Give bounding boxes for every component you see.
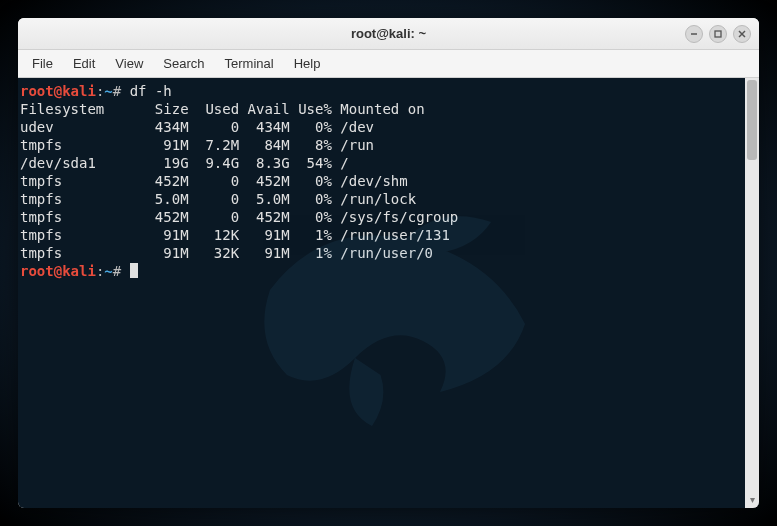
prompt-hash: # xyxy=(113,263,121,279)
output-row: tmpfs 5.0M 0 5.0M 0% /run/lock xyxy=(20,191,416,207)
output-row: /dev/sda1 19G 9.4G 8.3G 54% / xyxy=(20,155,349,171)
output-row: tmpfs 452M 0 452M 0% /sys/fs/cgroup xyxy=(20,209,458,225)
cursor-icon xyxy=(130,263,138,278)
prompt-host: kali xyxy=(62,83,96,99)
command-text: df -h xyxy=(130,83,172,99)
output-header: Filesystem Size Used Avail Use% Mounted … xyxy=(20,101,425,117)
scrollbar[interactable]: ▾ xyxy=(745,78,759,508)
titlebar[interactable]: root@kali: ~ xyxy=(18,18,759,50)
menu-search[interactable]: Search xyxy=(155,53,212,74)
output-row: tmpfs 452M 0 452M 0% /dev/shm xyxy=(20,173,408,189)
window-controls xyxy=(685,25,751,43)
prompt-hash: # xyxy=(113,83,121,99)
menu-file[interactable]: File xyxy=(24,53,61,74)
output-row: tmpfs 91M 12K 91M 1% /run/user/131 xyxy=(20,227,450,243)
prompt-user: root xyxy=(20,83,54,99)
prompt-host: kali xyxy=(62,263,96,279)
prompt-path: ~ xyxy=(104,83,112,99)
output-row: udev 434M 0 434M 0% /dev xyxy=(20,119,374,135)
scrollbar-down-icon[interactable]: ▾ xyxy=(747,494,757,506)
menu-view[interactable]: View xyxy=(107,53,151,74)
output-row: tmpfs 91M 32K 91M 1% /run/user/0 xyxy=(20,245,433,261)
window-title: root@kali: ~ xyxy=(351,26,426,41)
prompt-at: @ xyxy=(54,263,62,279)
output-row: tmpfs 91M 7.2M 84M 8% /run xyxy=(20,137,374,153)
close-button[interactable] xyxy=(733,25,751,43)
menubar: File Edit View Search Terminal Help xyxy=(18,50,759,78)
maximize-button[interactable] xyxy=(709,25,727,43)
menu-terminal[interactable]: Terminal xyxy=(217,53,282,74)
prompt-user: root xyxy=(20,263,54,279)
terminal-window: root@kali: ~ File Edit View Search Termi… xyxy=(18,18,759,508)
menu-help[interactable]: Help xyxy=(286,53,329,74)
menu-edit[interactable]: Edit xyxy=(65,53,103,74)
terminal-area[interactable]: root@kali:~# df -h Filesystem Size Used … xyxy=(18,78,759,508)
minimize-button[interactable] xyxy=(685,25,703,43)
terminal-output[interactable]: root@kali:~# df -h Filesystem Size Used … xyxy=(18,78,745,508)
svg-rect-1 xyxy=(715,31,721,37)
prompt-at: @ xyxy=(54,83,62,99)
prompt-path: ~ xyxy=(104,263,112,279)
scrollbar-thumb[interactable] xyxy=(747,80,757,160)
